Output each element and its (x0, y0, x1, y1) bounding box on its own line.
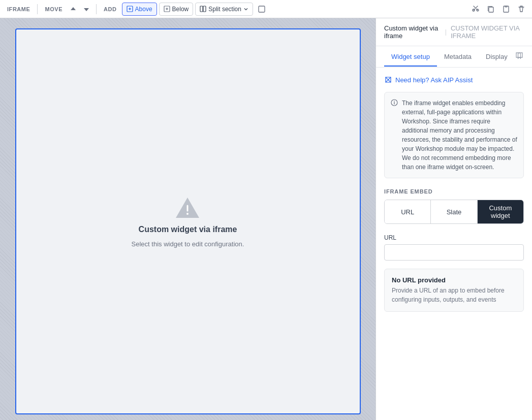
move-label: MOVE (42, 6, 66, 12)
embed-option-slate[interactable]: Slate (431, 200, 477, 223)
above-label: Above (135, 6, 152, 13)
delete-button[interactable] (515, 3, 528, 16)
url-input[interactable] (384, 244, 524, 261)
widget-frame-title: Custom widget via iframe (139, 225, 237, 234)
copy-button[interactable] (484, 3, 497, 16)
split-section-button[interactable]: Split section (195, 3, 253, 16)
embed-options: URL Slate Custom widget (384, 200, 524, 224)
info-message: The iframe widget enables embedding exte… (402, 99, 517, 172)
no-url-title: No URL provided (392, 276, 516, 284)
right-panel: Custom widget via iframe | CUSTOM WIDGET… (375, 18, 532, 420)
svg-rect-7 (203, 6, 206, 12)
divider-1 (37, 4, 38, 14)
below-label: Below (172, 6, 189, 13)
above-button[interactable]: Above (122, 3, 157, 16)
widget-frame[interactable]: Custom widget via iframe Select this wid… (15, 28, 361, 414)
help-icon (384, 76, 392, 84)
no-url-message: Provide a URL of an app to embed before … (392, 286, 516, 304)
help-link-text: Need help? Ask AIP Assist (395, 76, 473, 84)
svg-rect-6 (200, 6, 203, 12)
move-down-button[interactable] (81, 4, 92, 15)
svg-rect-8 (259, 6, 265, 12)
cut-button[interactable] (469, 3, 482, 16)
add-label: ADD (101, 6, 119, 12)
tab-display[interactable]: Display (479, 48, 515, 67)
info-icon (391, 99, 398, 172)
info-box: The iframe widget enables embedding exte… (384, 92, 524, 178)
embed-option-custom-widget[interactable]: Custom widget (478, 200, 523, 223)
main-toolbar: IFRAME MOVE ADD Above Below Split sectio… (0, 0, 532, 18)
square-icon-button[interactable] (255, 3, 268, 16)
svg-point-11 (186, 213, 189, 215)
panel-title-active: Custom widget via iframe (384, 24, 441, 40)
svg-rect-9 (489, 7, 493, 12)
main-layout: Custom widget via iframe Select this wid… (0, 18, 532, 420)
below-button[interactable]: Below (159, 3, 194, 16)
panel-title-inactive: CUSTOM WIDGET VIA IFRAME (451, 24, 524, 40)
svg-point-14 (394, 101, 395, 102)
panel-content: Need help? Ask AIP Assist The iframe wid… (376, 68, 532, 420)
paste-button[interactable] (499, 3, 513, 16)
panel-book-icon[interactable] (515, 46, 524, 67)
move-up-button[interactable] (68, 4, 79, 15)
tab-widget-setup[interactable]: Widget setup (384, 48, 437, 67)
embed-option-url[interactable]: URL (385, 200, 431, 223)
panel-header: Custom widget via iframe | CUSTOM WIDGET… (376, 18, 532, 46)
iframe-label: IFRAME (4, 6, 33, 12)
canvas-area: Custom widget via iframe Select this wid… (0, 18, 375, 420)
divider-2 (96, 4, 97, 14)
url-field-label: URL (384, 234, 524, 241)
widget-placeholder: Custom widget via iframe Select this wid… (132, 196, 244, 248)
widget-frame-subtitle: Select this widget to edit configuration… (132, 240, 244, 248)
warning-triangle-icon (174, 196, 201, 219)
help-link[interactable]: Need help? Ask AIP Assist (384, 76, 524, 84)
split-section-label: Split section (208, 6, 241, 13)
iframe-embed-label: IFRAME EMBED (384, 188, 524, 195)
no-url-box: No URL provided Provide a URL of an app … (384, 269, 524, 312)
panel-header-divider: | (445, 28, 447, 36)
tab-metadata[interactable]: Metadata (437, 48, 479, 67)
panel-tabs: Widget setup Metadata Display (376, 46, 532, 68)
